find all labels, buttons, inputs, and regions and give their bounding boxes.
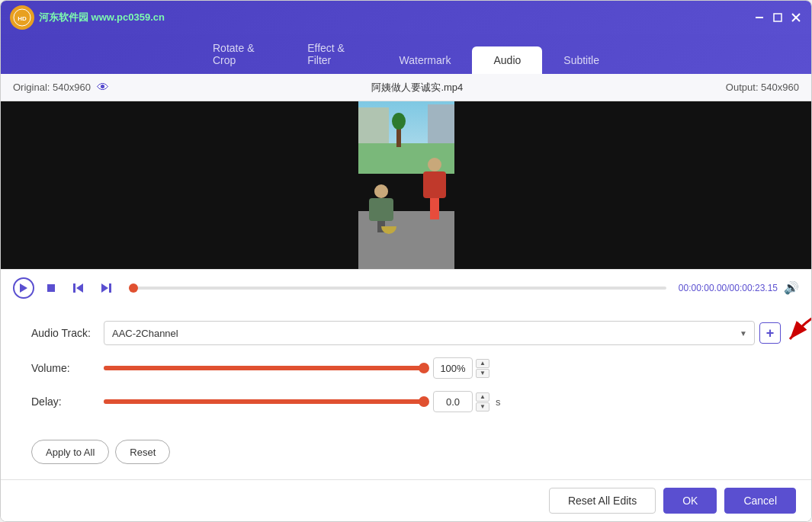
svg-marker-8 [76,283,83,293]
reset-all-edits-button[interactable]: Reset All Edits [549,488,656,514]
stop-button[interactable] [40,277,62,299]
logo-text: 河东软件园 www.pc0359.cn [39,11,165,24]
add-button-container: + [759,322,781,344]
audio-panel: Audio Track: AAC-2Channel ▼ + [1,306,811,437]
ok-button[interactable]: OK [663,488,717,514]
svg-marker-6 [20,283,27,293]
delay-row: Delay: ▲ ▼ s [31,391,781,412]
action-row: Apply to All Reset [1,437,811,479]
apply-to-all-button[interactable]: Apply to All [31,440,109,464]
svg-rect-9 [73,283,75,293]
delay-decrement-button[interactable]: ▼ [476,402,489,412]
svg-marker-10 [101,283,108,293]
volume-spinners: ▲ ▼ [476,359,489,378]
delay-spinners: ▲ ▼ [476,392,489,412]
output-size-text: Output: 540x960 [726,82,799,93]
delay-input[interactable] [433,391,473,412]
delay-unit: s [496,396,501,408]
logo-area: HD 河东软件园 www.pc0359.cn [10,5,165,30]
main-window: HD 河东软件园 www.pc0359.cn Rotate & Crop Eff… [0,0,812,522]
tab-effect-filter[interactable]: Effect & Filter [286,34,377,74]
delay-slider[interactable] [104,399,424,404]
volume-slider[interactable] [104,366,424,370]
info-original: Original: 540x960 👁 [13,81,109,94]
audio-track-label: Audio Track: [31,327,104,339]
volume-slider-fill [104,366,424,370]
next-button[interactable] [95,277,117,299]
player-controls: 00:00:00.00/00:00:23.15 🔊 [1,269,811,306]
audio-track-row: Audio Track: AAC-2Channel ▼ + [31,321,781,345]
visibility-icon[interactable]: 👁 [97,81,109,94]
filename-text: 阿姨做人要诚实.mp4 [371,82,463,93]
svg-rect-11 [109,283,111,293]
reset-button[interactable]: Reset [115,440,170,464]
svg-rect-7 [47,284,55,292]
volume-decrement-button[interactable]: ▼ [476,369,489,378]
time-display: 00:00:00.00/00:00:23.15 [679,283,778,293]
volume-value-group: ▲ ▼ [433,357,489,379]
tabs-bar: Rotate & Crop Effect & Filter Watermark … [1,34,811,74]
volume-label: Volume: [31,362,104,374]
tab-rotate-crop[interactable]: Rotate & Crop [191,34,286,74]
progress-bar[interactable] [129,287,666,290]
minimize-button[interactable] [753,11,765,24]
add-audio-track-button[interactable]: + [759,322,781,344]
svg-rect-2 [756,17,763,18]
tab-subtitle[interactable]: Subtitle [542,46,621,74]
delay-label: Delay: [31,396,104,408]
prev-button[interactable] [68,277,89,299]
info-filename: 阿姨做人要诚实.mp4 [109,81,726,94]
volume-slider-thumb[interactable] [419,363,429,373]
video-area [1,101,811,269]
delay-increment-button[interactable]: ▲ [476,392,489,402]
play-button[interactable] [13,277,34,299]
select-wrapper: AAC-2Channel ▼ [104,321,755,345]
delay-slider-thumb[interactable] [419,396,429,407]
volume-row: Volume: ▲ ▼ [31,357,781,379]
time-current: 00:00:00.00 [679,283,727,293]
footer: Reset All Edits OK Cancel [1,479,811,521]
volume-input[interactable] [433,357,473,379]
tab-watermark[interactable]: Watermark [378,46,473,74]
video-preview [358,101,454,269]
original-size-text: Original: 540x960 [13,82,91,93]
audio-track-dropdown[interactable]: AAC-2Channel [104,321,755,345]
info-output: Output: 540x960 [726,82,799,93]
volume-icon[interactable]: 🔊 [784,280,799,295]
logo-icon: HD [10,5,34,30]
close-button[interactable] [790,11,802,24]
svg-text:HD: HD [18,15,27,22]
window-controls [753,11,802,24]
progress-indicator [129,283,138,293]
maximize-button[interactable] [772,11,784,24]
title-bar: HD 河东软件园 www.pc0359.cn [1,1,811,34]
cancel-button[interactable]: Cancel [724,488,796,514]
audio-track-select: AAC-2Channel ▼ + [104,321,781,345]
volume-increment-button[interactable]: ▲ [476,359,489,368]
info-bar: Original: 540x960 👁 阿姨做人要诚实.mp4 Output: … [1,74,811,101]
svg-rect-3 [774,14,782,21]
tab-audio[interactable]: Audio [472,46,542,74]
delay-slider-fill [104,399,424,404]
time-total: 00:00:23.15 [730,283,778,293]
delay-value-group: ▲ ▼ s [433,391,501,412]
